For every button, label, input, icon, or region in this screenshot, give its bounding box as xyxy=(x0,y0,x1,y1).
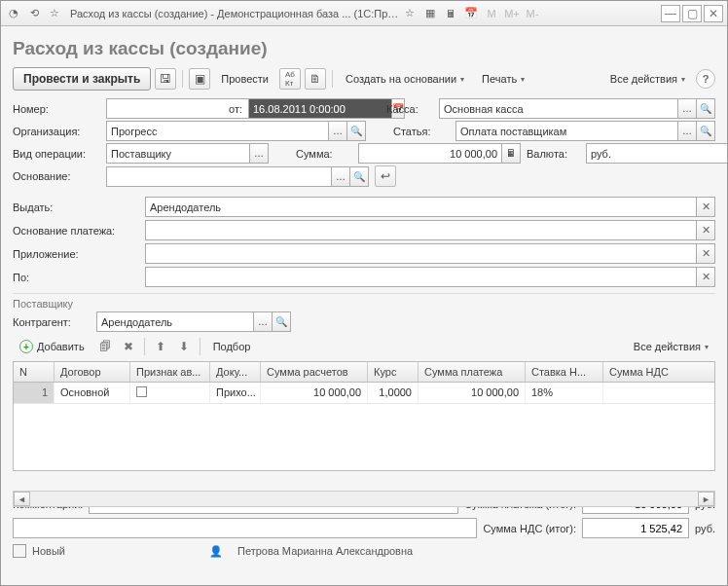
search-icon[interactable]: 🔍 xyxy=(697,98,715,119)
cell-sum-calc[interactable]: 10 000,00 xyxy=(261,383,368,403)
cell-sum-pay[interactable]: 10 000,00 xyxy=(419,383,526,403)
optype-input[interactable] xyxy=(106,143,250,164)
date-field[interactable]: 📅 xyxy=(248,98,381,119)
minimize-button[interactable]: — xyxy=(661,5,680,22)
kassa-field[interactable]: … 🔍 xyxy=(439,98,715,119)
checkbox-icon[interactable] xyxy=(136,386,147,397)
ellipsis-icon[interactable]: … xyxy=(678,121,697,141)
attachment-field[interactable]: ✕ xyxy=(145,243,715,264)
ellipsis-icon[interactable]: … xyxy=(254,311,273,332)
issue-to-field[interactable]: ✕ xyxy=(145,197,715,217)
col-sum-calc[interactable]: Сумма расчетов xyxy=(261,362,368,382)
contragent-field[interactable]: … 🔍 xyxy=(96,311,291,332)
comment-input-2[interactable] xyxy=(13,518,477,538)
select-button[interactable]: Подбор xyxy=(206,336,258,357)
undo-icon[interactable]: ↩ xyxy=(375,165,396,187)
move-up-icon[interactable]: ⬆ xyxy=(151,337,170,356)
ellipsis-icon[interactable]: … xyxy=(332,166,350,187)
doc-icon[interactable]: 🗎 xyxy=(305,68,326,90)
attachment-input[interactable] xyxy=(145,243,697,264)
date-input[interactable] xyxy=(248,98,392,119)
clear-icon[interactable]: ✕ xyxy=(697,243,715,264)
cell-rate[interactable]: 1,0000 xyxy=(368,383,419,403)
contragent-input[interactable] xyxy=(96,311,254,332)
optype-field[interactable]: … xyxy=(106,143,269,164)
pay-base-field[interactable]: ✕ xyxy=(145,220,715,240)
calc-icon[interactable]: 🖩 xyxy=(502,143,521,164)
org-field[interactable]: … 🔍 xyxy=(106,121,366,141)
cell-sum-vat[interactable] xyxy=(603,383,697,403)
col-n[interactable]: N xyxy=(14,362,55,382)
col-doc[interactable]: Доку... xyxy=(210,362,261,382)
abc-icon[interactable]: АбКт xyxy=(279,68,301,90)
cell-dogovor[interactable]: Основной xyxy=(55,383,130,403)
col-rate[interactable]: Курс xyxy=(368,362,419,382)
article-field[interactable]: … 🔍 xyxy=(455,121,715,141)
calendar-icon[interactable]: 📅 xyxy=(462,5,480,22)
post-button[interactable]: Провести xyxy=(214,68,275,90)
currency-input[interactable] xyxy=(586,143,727,164)
delete-icon[interactable]: ✖ xyxy=(119,337,138,356)
create-based-on-dropdown[interactable]: Создать на основании▾ xyxy=(339,68,471,90)
issue-to-input[interactable] xyxy=(145,197,697,217)
search-icon[interactable]: 🔍 xyxy=(347,121,366,141)
org-input[interactable] xyxy=(106,121,329,141)
sum-nds-total[interactable] xyxy=(582,518,689,538)
copy-icon[interactable]: 🗐 xyxy=(95,337,115,356)
memory-m[interactable]: M xyxy=(483,5,500,22)
star-icon[interactable]: ☆ xyxy=(401,5,419,22)
move-down-icon[interactable]: ⬇ xyxy=(174,337,194,356)
table-all-actions-dropdown[interactable]: Все действия▾ xyxy=(627,336,715,357)
add-button[interactable]: +Добавить xyxy=(13,337,91,356)
number-field[interactable] xyxy=(106,98,213,119)
status-new: Новый xyxy=(32,545,65,557)
horizontal-scrollbar[interactable]: ◄ ► xyxy=(13,491,715,507)
all-actions-dropdown[interactable]: Все действия▾ xyxy=(603,68,692,90)
star-outline-icon[interactable]: ☆ xyxy=(46,5,63,22)
calc-icon[interactable]: 🖩 xyxy=(442,5,459,22)
col-priznak[interactable]: Признак ав... xyxy=(130,362,210,382)
base-field[interactable]: … 🔍 xyxy=(106,166,369,187)
clear-icon[interactable]: ✕ xyxy=(697,197,715,217)
search-icon[interactable]: 🔍 xyxy=(697,121,715,141)
search-icon[interactable]: 🔍 xyxy=(273,311,291,332)
kassa-input[interactable] xyxy=(439,98,678,119)
post-and-close-button[interactable]: Провести и закрыть xyxy=(13,67,151,91)
save-icon[interactable]: 🖫 xyxy=(155,68,176,90)
col-sum-vat[interactable]: Сумма НДС xyxy=(603,362,697,382)
app-icon[interactable]: ◔ xyxy=(5,5,22,22)
close-button[interactable]: ✕ xyxy=(704,5,723,22)
sum-input[interactable] xyxy=(358,143,502,164)
ellipsis-icon[interactable]: … xyxy=(678,98,697,119)
search-icon[interactable]: 🔍 xyxy=(350,166,369,187)
article-input[interactable] xyxy=(455,121,678,141)
scroll-right-icon[interactable]: ► xyxy=(698,492,714,506)
pay-base-input[interactable] xyxy=(145,220,697,240)
clear-icon[interactable]: ✕ xyxy=(697,220,715,240)
post-icon[interactable]: ▣ xyxy=(189,68,210,90)
col-vat-rate[interactable]: Ставка Н... xyxy=(526,362,603,382)
memory-mminus[interactable]: M- xyxy=(524,5,541,22)
comment-field-2[interactable] xyxy=(13,518,477,538)
help-button[interactable]: ? xyxy=(696,69,715,89)
clear-icon[interactable]: ✕ xyxy=(697,267,715,287)
table-row[interactable]: 1 Основной Прихо... 10 000,00 1,0000 10 … xyxy=(14,383,714,404)
cell-vat-rate[interactable]: 18% xyxy=(526,383,603,403)
base-input[interactable] xyxy=(106,166,332,187)
col-sum-pay[interactable]: Сумма платежа xyxy=(419,362,526,382)
scroll-left-icon[interactable]: ◄ xyxy=(14,492,30,506)
sum-field[interactable]: 🖩 xyxy=(358,143,521,164)
po-input[interactable] xyxy=(145,267,697,287)
cell-priznak[interactable] xyxy=(130,383,210,403)
maximize-button[interactable]: ▢ xyxy=(682,5,702,22)
memory-mplus[interactable]: M+ xyxy=(503,5,521,22)
ellipsis-icon[interactable]: … xyxy=(250,143,269,164)
grid-icon[interactable]: ▦ xyxy=(421,5,439,22)
currency-field[interactable]: … 🔍 xyxy=(586,143,727,164)
ellipsis-icon[interactable]: … xyxy=(329,121,347,141)
print-dropdown[interactable]: Печать▾ xyxy=(475,68,531,90)
cell-doc[interactable]: Прихо... xyxy=(210,383,261,403)
col-dogovor[interactable]: Договор xyxy=(55,362,130,382)
back-button-icon[interactable]: ⟲ xyxy=(25,5,43,22)
po-field[interactable]: ✕ xyxy=(145,267,715,287)
